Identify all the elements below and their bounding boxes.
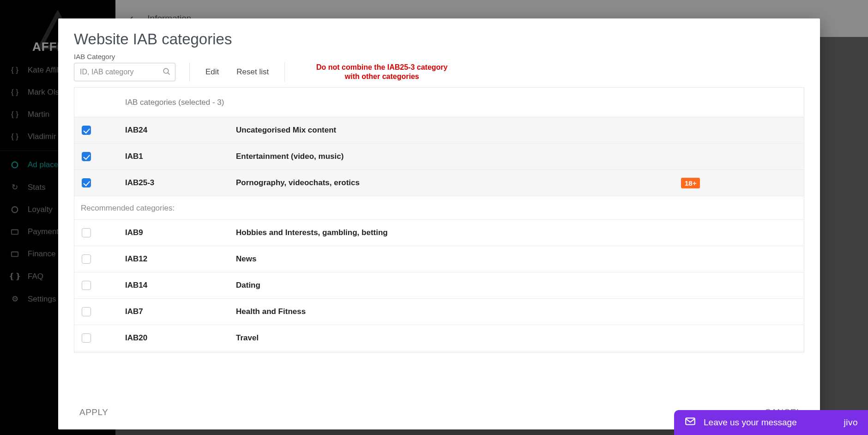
table-row[interactable] (74, 351, 804, 353)
category-code: IAB14 (125, 281, 236, 290)
table-row[interactable]: IAB25-3 Pornography, videochats, erotics… (74, 170, 804, 196)
warning-text: Do not combine the IAB25-3 category with… (313, 63, 451, 81)
table-header-label: IAB categories (selected - 3) (125, 98, 681, 107)
checkbox[interactable] (82, 333, 91, 343)
modal-title: Website IAB categories (74, 30, 804, 48)
checkbox[interactable] (82, 152, 91, 161)
category-desc: Hobbies and Interests, gambling, betting (236, 228, 681, 237)
table-row[interactable]: IAB1 Entertainment (video, music) (74, 144, 804, 170)
table-header: IAB categories (selected - 3) (74, 88, 804, 117)
category-code: IAB12 (125, 254, 236, 264)
category-code: IAB24 (125, 126, 236, 135)
category-desc: Dating (236, 281, 681, 290)
apply-button[interactable]: APPLY (79, 407, 108, 417)
category-desc: Pornography, videochats, erotics (236, 178, 681, 187)
table-row[interactable]: IAB12 News (74, 246, 804, 272)
age-badge: 18+ (681, 178, 700, 188)
category-code: IAB25-3 (125, 178, 236, 187)
iab-search-input[interactable] (74, 63, 175, 81)
checkbox[interactable] (82, 228, 91, 237)
divider (189, 62, 190, 82)
checkbox[interactable] (82, 178, 91, 187)
chat-widget[interactable]: Leave us your message jivo (674, 410, 868, 435)
categories-table[interactable]: IAB categories (selected - 3) IAB24 Unca… (74, 87, 804, 353)
category-code: IAB20 (125, 333, 236, 343)
table-row[interactable]: IAB9 Hobbies and Interests, gambling, be… (74, 220, 804, 246)
checkbox[interactable] (82, 126, 91, 135)
chat-icon (684, 416, 696, 430)
table-row[interactable]: IAB20 Travel (74, 325, 804, 351)
iab-categories-modal: Website IAB categories IAB Category Edit… (58, 18, 820, 429)
chat-cta-text: Leave us your message (704, 417, 797, 428)
category-code: IAB7 (125, 307, 236, 316)
reset-list-button[interactable]: Reset list (235, 65, 271, 79)
category-desc: Health and Fitness (236, 307, 681, 316)
table-row[interactable]: IAB24 Uncategorised Mix content (74, 117, 804, 144)
divider (284, 62, 285, 82)
category-desc: Travel (236, 333, 681, 343)
edit-button[interactable]: Edit (204, 65, 221, 79)
chat-brand-text: jivo (844, 417, 858, 428)
checkbox[interactable] (82, 307, 91, 316)
iab-category-label: IAB Category (74, 53, 804, 60)
modal-toolbar: Edit Reset list Do not combine the IAB25… (74, 62, 804, 82)
category-code: IAB9 (125, 228, 236, 237)
category-desc: Uncategorised Mix content (236, 126, 681, 135)
table-row[interactable]: IAB7 Health and Fitness (74, 299, 804, 325)
category-desc: News (236, 254, 681, 264)
category-desc: Entertainment (video, music) (236, 152, 681, 161)
recommended-section-label: Recommended categories: (74, 196, 804, 220)
category-code: IAB1 (125, 152, 236, 161)
table-row[interactable]: IAB14 Dating (74, 272, 804, 299)
checkbox[interactable] (82, 281, 91, 290)
checkbox[interactable] (82, 254, 91, 264)
svg-rect-7 (686, 418, 695, 424)
